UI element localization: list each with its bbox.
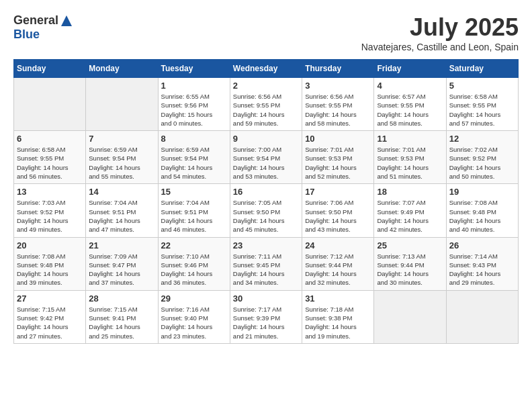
logo-blue: Blue [13,28,40,42]
calendar-cell: 29Sunrise: 7:16 AM Sunset: 9:40 PM Dayli… [158,290,230,343]
day-number: 1 [161,81,227,91]
day-info: Sunrise: 6:58 AM Sunset: 9:55 PM Dayligh… [449,92,515,128]
day-info: Sunrise: 7:04 AM Sunset: 9:51 PM Dayligh… [89,198,154,234]
calendar-week-row: 6Sunrise: 6:58 AM Sunset: 9:55 PM Daylig… [14,131,519,184]
day-info: Sunrise: 6:59 AM Sunset: 9:54 PM Dayligh… [89,145,154,181]
calendar-cell: 31Sunrise: 7:18 AM Sunset: 9:38 PM Dayli… [302,290,374,343]
day-header: Sunday [14,60,86,78]
calendar-cell: 25Sunrise: 7:13 AM Sunset: 9:44 PM Dayli… [374,237,446,290]
day-number: 23 [233,240,299,250]
day-info: Sunrise: 7:12 AM Sunset: 9:44 PM Dayligh… [305,252,371,287]
day-number: 14 [89,187,154,197]
day-header: Wednesday [230,60,302,78]
calendar-week-row: 20Sunrise: 7:08 AM Sunset: 9:48 PM Dayli… [14,237,519,290]
day-number: 30 [233,293,299,304]
day-number: 19 [449,187,515,197]
day-info: Sunrise: 7:02 AM Sunset: 9:52 PM Dayligh… [449,145,515,181]
day-number: 11 [377,134,443,144]
day-info: Sunrise: 7:11 AM Sunset: 9:45 PM Dayligh… [233,252,299,287]
day-info: Sunrise: 7:13 AM Sunset: 9:44 PM Dayligh… [377,252,443,287]
page-header: General Blue July 2025 Navatejares, Cast… [13,13,519,52]
calendar-header-row: SundayMondayTuesdayWednesdayThursdayFrid… [14,60,519,78]
day-number: 26 [449,240,515,250]
day-info: Sunrise: 7:04 AM Sunset: 9:51 PM Dayligh… [161,198,227,234]
calendar-cell: 23Sunrise: 7:11 AM Sunset: 9:45 PM Dayli… [230,237,302,290]
day-info: Sunrise: 7:08 AM Sunset: 9:48 PM Dayligh… [17,252,83,287]
day-header: Tuesday [158,60,230,78]
day-number: 8 [161,134,227,144]
day-number: 16 [233,187,299,197]
calendar-cell: 28Sunrise: 7:15 AM Sunset: 9:41 PM Dayli… [86,290,158,343]
calendar-cell: 3Sunrise: 6:56 AM Sunset: 9:55 PM Daylig… [302,78,374,131]
calendar-cell: 21Sunrise: 7:09 AM Sunset: 9:47 PM Dayli… [86,237,158,290]
day-number: 2 [233,81,299,91]
day-info: Sunrise: 7:18 AM Sunset: 9:38 PM Dayligh… [305,305,371,340]
day-info: Sunrise: 7:17 AM Sunset: 9:39 PM Dayligh… [233,305,299,340]
calendar-cell [446,290,518,343]
day-info: Sunrise: 7:03 AM Sunset: 9:52 PM Dayligh… [17,198,83,234]
calendar-cell: 11Sunrise: 7:01 AM Sunset: 9:53 PM Dayli… [374,131,446,184]
calendar-cell: 15Sunrise: 7:04 AM Sunset: 9:51 PM Dayli… [158,184,230,237]
day-number: 27 [17,293,83,304]
logo: General Blue [13,13,73,42]
calendar-cell: 18Sunrise: 7:07 AM Sunset: 9:49 PM Dayli… [374,184,446,237]
day-header: Friday [374,60,446,78]
calendar-cell: 10Sunrise: 7:01 AM Sunset: 9:53 PM Dayli… [302,131,374,184]
day-number: 12 [449,134,515,144]
calendar-cell: 27Sunrise: 7:15 AM Sunset: 9:42 PM Dayli… [14,290,86,343]
day-info: Sunrise: 7:16 AM Sunset: 9:40 PM Dayligh… [161,305,227,340]
day-number: 20 [17,240,83,250]
day-info: Sunrise: 6:55 AM Sunset: 9:56 PM Dayligh… [161,92,227,128]
calendar-cell: 8Sunrise: 6:59 AM Sunset: 9:54 PM Daylig… [158,131,230,184]
calendar-cell: 13Sunrise: 7:03 AM Sunset: 9:52 PM Dayli… [14,184,86,237]
calendar-cell: 1Sunrise: 6:55 AM Sunset: 9:56 PM Daylig… [158,78,230,131]
svg-marker-0 [61,15,72,26]
day-number: 22 [161,240,227,250]
title-block: July 2025 Navatejares, Castille and Leon… [361,13,519,52]
logo-general: General [13,13,58,28]
calendar-cell: 9Sunrise: 7:00 AM Sunset: 9:54 PM Daylig… [230,131,302,184]
calendar-cell: 2Sunrise: 6:56 AM Sunset: 9:55 PM Daylig… [230,78,302,131]
calendar-cell: 7Sunrise: 6:59 AM Sunset: 9:54 PM Daylig… [86,131,158,184]
calendar-week-row: 27Sunrise: 7:15 AM Sunset: 9:42 PM Dayli… [14,290,519,343]
day-number: 28 [89,293,154,304]
calendar-cell: 20Sunrise: 7:08 AM Sunset: 9:48 PM Dayli… [14,237,86,290]
day-header: Thursday [302,60,374,78]
day-number: 5 [449,81,515,91]
day-number: 17 [305,187,371,197]
calendar-cell: 30Sunrise: 7:17 AM Sunset: 9:39 PM Dayli… [230,290,302,343]
day-info: Sunrise: 6:59 AM Sunset: 9:54 PM Dayligh… [161,145,227,181]
day-info: Sunrise: 7:09 AM Sunset: 9:47 PM Dayligh… [89,252,154,287]
day-number: 21 [89,240,154,250]
day-info: Sunrise: 7:06 AM Sunset: 9:50 PM Dayligh… [305,198,371,234]
day-number: 4 [377,81,443,91]
calendar-cell: 14Sunrise: 7:04 AM Sunset: 9:51 PM Dayli… [86,184,158,237]
day-info: Sunrise: 7:01 AM Sunset: 9:53 PM Dayligh… [305,145,371,181]
calendar-table: SundayMondayTuesdayWednesdayThursdayFrid… [13,59,519,344]
day-number: 25 [377,240,443,250]
day-info: Sunrise: 6:58 AM Sunset: 9:55 PM Dayligh… [17,145,83,181]
calendar-cell: 24Sunrise: 7:12 AM Sunset: 9:44 PM Dayli… [302,237,374,290]
logo-icon [60,14,73,28]
calendar-cell: 12Sunrise: 7:02 AM Sunset: 9:52 PM Dayli… [446,131,518,184]
calendar-week-row: 1Sunrise: 6:55 AM Sunset: 9:56 PM Daylig… [14,78,519,131]
calendar-cell: 16Sunrise: 7:05 AM Sunset: 9:50 PM Dayli… [230,184,302,237]
day-info: Sunrise: 6:56 AM Sunset: 9:55 PM Dayligh… [305,92,371,128]
day-number: 10 [305,134,371,144]
day-header: Saturday [446,60,518,78]
day-info: Sunrise: 7:01 AM Sunset: 9:53 PM Dayligh… [377,145,443,181]
day-info: Sunrise: 7:14 AM Sunset: 9:43 PM Dayligh… [449,252,515,287]
day-info: Sunrise: 7:00 AM Sunset: 9:54 PM Dayligh… [233,145,299,181]
day-number: 9 [233,134,299,144]
day-number: 6 [17,134,83,144]
day-info: Sunrise: 7:15 AM Sunset: 9:42 PM Dayligh… [17,305,83,340]
calendar-cell: 22Sunrise: 7:10 AM Sunset: 9:46 PM Dayli… [158,237,230,290]
calendar-cell: 5Sunrise: 6:58 AM Sunset: 9:55 PM Daylig… [446,78,518,131]
day-number: 31 [305,293,371,304]
day-number: 3 [305,81,371,91]
subtitle: Navatejares, Castille and Leon, Spain [361,42,519,52]
day-info: Sunrise: 7:15 AM Sunset: 9:41 PM Dayligh… [89,305,154,340]
day-number: 18 [377,187,443,197]
day-info: Sunrise: 7:05 AM Sunset: 9:50 PM Dayligh… [233,198,299,234]
calendar-cell: 26Sunrise: 7:14 AM Sunset: 9:43 PM Dayli… [446,237,518,290]
